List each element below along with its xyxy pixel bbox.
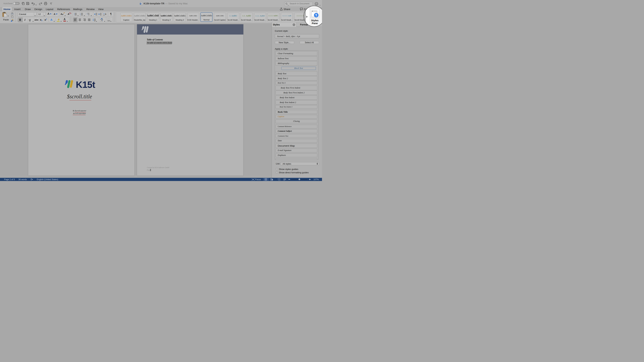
- svg-text:W: W: [140, 3, 142, 4]
- svg-text:i: i: [88, 14, 88, 15]
- svg-text:A: A: [104, 12, 105, 14]
- svg-text:3: 3: [80, 14, 81, 15]
- svg-text:Z: Z: [104, 14, 105, 16]
